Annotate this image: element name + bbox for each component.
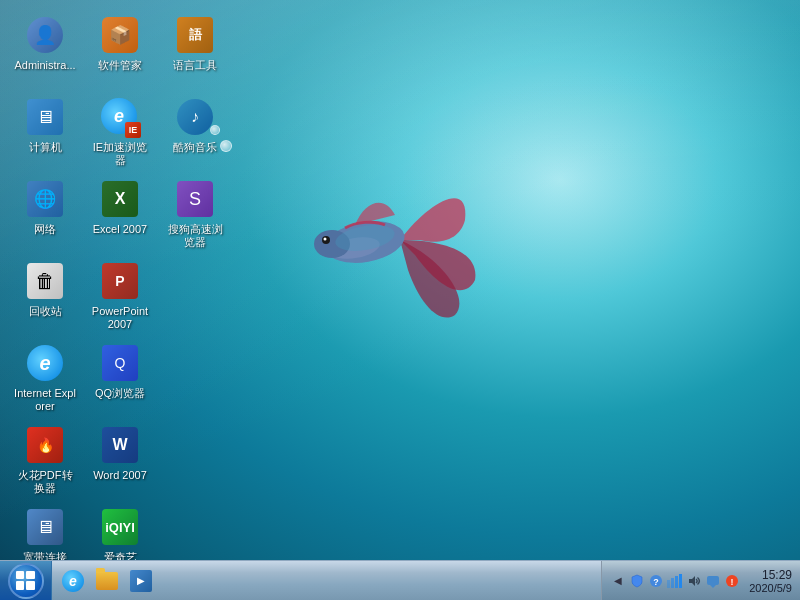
icon-excel-2007[interactable]: X Excel 2007 [85,174,155,254]
svg-rect-13 [707,576,719,585]
clock-time: 15:29 [762,568,792,582]
tray-icons: ◀ ? [610,573,740,589]
icon-administrator[interactable]: 👤 Administra... [10,10,80,90]
icon-column-3: 語 语言工具 ♪ 酷狗音乐 S 搜狗高速浏览器 [160,10,230,256]
svg-marker-12 [689,576,695,586]
svg-text:?: ? [653,577,659,587]
taskbar: e ▶ ◀ [0,560,800,600]
clock-area[interactable]: 15:29 2020/5/9 [749,568,792,594]
svg-rect-10 [675,576,678,588]
start-orb [8,563,44,599]
svg-point-0 [322,215,408,268]
icon-powerpoint-2007[interactable]: P PowerPoint 2007 [85,256,155,336]
quick-launch: e ▶ [52,561,162,601]
icon-huohu-pdf[interactable]: 🔥 火花PDF转换器 [10,420,80,500]
tray-im-icon[interactable] [705,573,721,589]
svg-point-4 [324,238,327,241]
tray-help-icon[interactable]: ? [648,573,664,589]
tray-expand-icon[interactable]: ◀ [610,573,626,589]
svg-rect-9 [671,578,674,588]
system-tray: ◀ ? [601,561,800,600]
svg-point-2 [314,230,350,258]
desktop: 👤 Administra... 🖥 计算机 🌐 网络 [0,0,800,600]
svg-rect-8 [667,580,670,588]
svg-text:!: ! [731,577,734,587]
icon-software-manager[interactable]: 📦 软件管家 [85,10,155,90]
icon-recycle-bin[interactable]: 🗑 回收站 [10,256,80,336]
icon-qq-browser[interactable]: Q QQ浏览器 [85,338,155,418]
betta-fish [300,160,480,320]
taskbar-folder-icon[interactable] [91,565,123,597]
tray-speaker-icon[interactable] [686,573,702,589]
svg-rect-11 [679,574,682,588]
icon-word-2007[interactable]: W Word 2007 [85,420,155,500]
taskbar-windows-icon[interactable]: ▶ [125,565,157,597]
folder-icon-shape [96,572,118,590]
tray-network-icon[interactable] [667,573,683,589]
icon-sogou-browser[interactable]: S 搜狗高速浏览器 [160,174,230,254]
icon-column-1: 👤 Administra... 🖥 计算机 🌐 网络 [10,10,80,584]
windows-logo [16,571,36,591]
icon-computer[interactable]: 🖥 计算机 [10,92,80,172]
icon-network[interactable]: 🌐 网络 [10,174,80,254]
ie-icon-shape: e [62,570,84,592]
icons-area: 👤 Administra... 🖥 计算机 🌐 网络 [10,10,235,550]
icon-internet-explorer[interactable]: e Internet Explorer [10,338,80,418]
taskbar-ie-icon[interactable]: e [57,565,89,597]
svg-point-5 [333,221,396,255]
start-button[interactable] [0,561,52,601]
icon-ie-accelerator[interactable]: e IE IE加速浏览器 [85,92,155,172]
icon-column-2: 📦 软件管家 e IE IE加速浏览器 [85,10,155,584]
svg-point-1 [329,234,382,262]
tray-security-icon[interactable] [629,573,645,589]
svg-marker-14 [710,585,716,588]
svg-point-3 [322,236,330,244]
icon-kuwo-music[interactable]: ♪ 酷狗音乐 [160,92,230,172]
icon-language-tools[interactable]: 語 语言工具 [160,10,230,90]
clock-date: 2020/5/9 [749,582,792,594]
tray-antivirus-icon[interactable]: ! [724,573,740,589]
windows-icon-shape: ▶ [130,570,152,592]
